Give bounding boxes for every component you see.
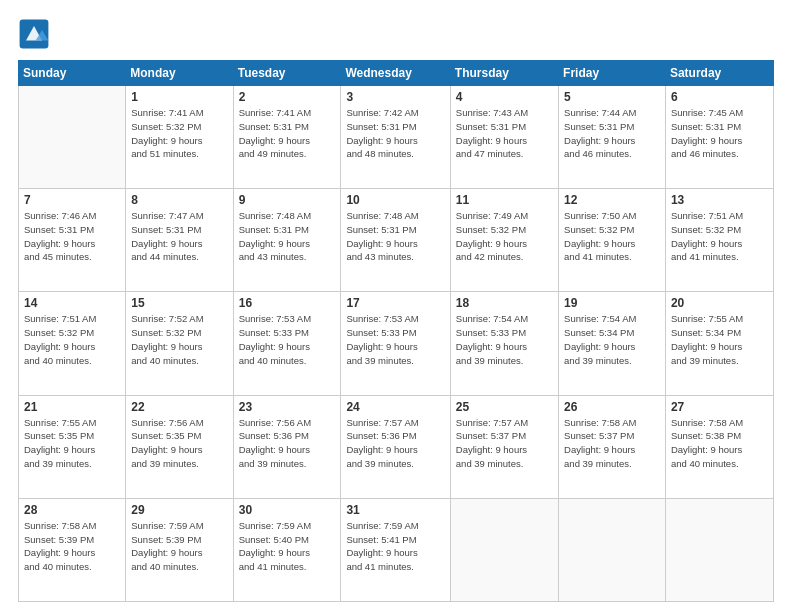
weekday-monday: Monday <box>126 61 233 86</box>
day-info: Sunrise: 7:53 AMSunset: 5:33 PMDaylight:… <box>239 312 336 367</box>
calendar-header: SundayMondayTuesdayWednesdayThursdayFrid… <box>19 61 774 86</box>
calendar-cell: 3Sunrise: 7:42 AMSunset: 5:31 PMDaylight… <box>341 86 450 189</box>
day-info: Sunrise: 7:54 AMSunset: 5:33 PMDaylight:… <box>456 312 553 367</box>
week-row-2: 7Sunrise: 7:46 AMSunset: 5:31 PMDaylight… <box>19 189 774 292</box>
day-number: 10 <box>346 193 444 207</box>
day-info: Sunrise: 7:41 AMSunset: 5:32 PMDaylight:… <box>131 106 227 161</box>
day-info: Sunrise: 7:59 AMSunset: 5:41 PMDaylight:… <box>346 519 444 574</box>
day-number: 7 <box>24 193 120 207</box>
calendar-cell <box>665 498 773 601</box>
day-number: 11 <box>456 193 553 207</box>
day-info: Sunrise: 7:52 AMSunset: 5:32 PMDaylight:… <box>131 312 227 367</box>
day-info: Sunrise: 7:44 AMSunset: 5:31 PMDaylight:… <box>564 106 660 161</box>
calendar-cell: 1Sunrise: 7:41 AMSunset: 5:32 PMDaylight… <box>126 86 233 189</box>
day-number: 25 <box>456 400 553 414</box>
day-info: Sunrise: 7:59 AMSunset: 5:39 PMDaylight:… <box>131 519 227 574</box>
day-info: Sunrise: 7:46 AMSunset: 5:31 PMDaylight:… <box>24 209 120 264</box>
day-info: Sunrise: 7:50 AMSunset: 5:32 PMDaylight:… <box>564 209 660 264</box>
calendar-cell: 4Sunrise: 7:43 AMSunset: 5:31 PMDaylight… <box>450 86 558 189</box>
week-row-5: 28Sunrise: 7:58 AMSunset: 5:39 PMDayligh… <box>19 498 774 601</box>
weekday-sunday: Sunday <box>19 61 126 86</box>
calendar-cell: 31Sunrise: 7:59 AMSunset: 5:41 PMDayligh… <box>341 498 450 601</box>
calendar-cell: 22Sunrise: 7:56 AMSunset: 5:35 PMDayligh… <box>126 395 233 498</box>
day-info: Sunrise: 7:41 AMSunset: 5:31 PMDaylight:… <box>239 106 336 161</box>
page: SundayMondayTuesdayWednesdayThursdayFrid… <box>0 0 792 612</box>
calendar-cell: 23Sunrise: 7:56 AMSunset: 5:36 PMDayligh… <box>233 395 341 498</box>
day-number: 12 <box>564 193 660 207</box>
day-info: Sunrise: 7:53 AMSunset: 5:33 PMDaylight:… <box>346 312 444 367</box>
calendar-cell: 26Sunrise: 7:58 AMSunset: 5:37 PMDayligh… <box>559 395 666 498</box>
day-number: 5 <box>564 90 660 104</box>
day-info: Sunrise: 7:58 AMSunset: 5:38 PMDaylight:… <box>671 416 768 471</box>
calendar-cell: 15Sunrise: 7:52 AMSunset: 5:32 PMDayligh… <box>126 292 233 395</box>
day-info: Sunrise: 7:48 AMSunset: 5:31 PMDaylight:… <box>239 209 336 264</box>
logo <box>18 18 56 50</box>
calendar-cell: 11Sunrise: 7:49 AMSunset: 5:32 PMDayligh… <box>450 189 558 292</box>
day-number: 14 <box>24 296 120 310</box>
calendar-cell: 29Sunrise: 7:59 AMSunset: 5:39 PMDayligh… <box>126 498 233 601</box>
calendar-cell: 8Sunrise: 7:47 AMSunset: 5:31 PMDaylight… <box>126 189 233 292</box>
week-row-3: 14Sunrise: 7:51 AMSunset: 5:32 PMDayligh… <box>19 292 774 395</box>
day-number: 3 <box>346 90 444 104</box>
day-info: Sunrise: 7:51 AMSunset: 5:32 PMDaylight:… <box>671 209 768 264</box>
calendar-cell <box>450 498 558 601</box>
week-row-1: 1Sunrise: 7:41 AMSunset: 5:32 PMDaylight… <box>19 86 774 189</box>
day-info: Sunrise: 7:45 AMSunset: 5:31 PMDaylight:… <box>671 106 768 161</box>
calendar-cell: 30Sunrise: 7:59 AMSunset: 5:40 PMDayligh… <box>233 498 341 601</box>
day-number: 9 <box>239 193 336 207</box>
calendar-cell: 5Sunrise: 7:44 AMSunset: 5:31 PMDaylight… <box>559 86 666 189</box>
day-info: Sunrise: 7:55 AMSunset: 5:34 PMDaylight:… <box>671 312 768 367</box>
day-number: 19 <box>564 296 660 310</box>
day-number: 1 <box>131 90 227 104</box>
day-number: 16 <box>239 296 336 310</box>
calendar-cell: 19Sunrise: 7:54 AMSunset: 5:34 PMDayligh… <box>559 292 666 395</box>
day-number: 21 <box>24 400 120 414</box>
calendar-cell: 16Sunrise: 7:53 AMSunset: 5:33 PMDayligh… <box>233 292 341 395</box>
calendar-cell: 7Sunrise: 7:46 AMSunset: 5:31 PMDaylight… <box>19 189 126 292</box>
day-number: 2 <box>239 90 336 104</box>
day-number: 27 <box>671 400 768 414</box>
calendar-cell: 20Sunrise: 7:55 AMSunset: 5:34 PMDayligh… <box>665 292 773 395</box>
day-number: 29 <box>131 503 227 517</box>
day-info: Sunrise: 7:47 AMSunset: 5:31 PMDaylight:… <box>131 209 227 264</box>
day-number: 22 <box>131 400 227 414</box>
day-number: 23 <box>239 400 336 414</box>
week-row-4: 21Sunrise: 7:55 AMSunset: 5:35 PMDayligh… <box>19 395 774 498</box>
day-info: Sunrise: 7:43 AMSunset: 5:31 PMDaylight:… <box>456 106 553 161</box>
day-number: 15 <box>131 296 227 310</box>
day-info: Sunrise: 7:58 AMSunset: 5:39 PMDaylight:… <box>24 519 120 574</box>
day-info: Sunrise: 7:42 AMSunset: 5:31 PMDaylight:… <box>346 106 444 161</box>
day-info: Sunrise: 7:49 AMSunset: 5:32 PMDaylight:… <box>456 209 553 264</box>
weekday-tuesday: Tuesday <box>233 61 341 86</box>
day-number: 26 <box>564 400 660 414</box>
day-number: 30 <box>239 503 336 517</box>
calendar-cell: 17Sunrise: 7:53 AMSunset: 5:33 PMDayligh… <box>341 292 450 395</box>
calendar-cell: 21Sunrise: 7:55 AMSunset: 5:35 PMDayligh… <box>19 395 126 498</box>
day-info: Sunrise: 7:56 AMSunset: 5:35 PMDaylight:… <box>131 416 227 471</box>
day-info: Sunrise: 7:56 AMSunset: 5:36 PMDaylight:… <box>239 416 336 471</box>
calendar-cell: 25Sunrise: 7:57 AMSunset: 5:37 PMDayligh… <box>450 395 558 498</box>
weekday-wednesday: Wednesday <box>341 61 450 86</box>
calendar-cell: 28Sunrise: 7:58 AMSunset: 5:39 PMDayligh… <box>19 498 126 601</box>
day-number: 18 <box>456 296 553 310</box>
calendar-cell: 9Sunrise: 7:48 AMSunset: 5:31 PMDaylight… <box>233 189 341 292</box>
calendar-cell: 10Sunrise: 7:48 AMSunset: 5:31 PMDayligh… <box>341 189 450 292</box>
calendar-cell: 24Sunrise: 7:57 AMSunset: 5:36 PMDayligh… <box>341 395 450 498</box>
calendar-body: 1Sunrise: 7:41 AMSunset: 5:32 PMDaylight… <box>19 86 774 602</box>
day-info: Sunrise: 7:55 AMSunset: 5:35 PMDaylight:… <box>24 416 120 471</box>
weekday-thursday: Thursday <box>450 61 558 86</box>
day-number: 17 <box>346 296 444 310</box>
day-info: Sunrise: 7:57 AMSunset: 5:37 PMDaylight:… <box>456 416 553 471</box>
calendar-cell: 13Sunrise: 7:51 AMSunset: 5:32 PMDayligh… <box>665 189 773 292</box>
day-info: Sunrise: 7:58 AMSunset: 5:37 PMDaylight:… <box>564 416 660 471</box>
day-info: Sunrise: 7:57 AMSunset: 5:36 PMDaylight:… <box>346 416 444 471</box>
calendar-cell: 12Sunrise: 7:50 AMSunset: 5:32 PMDayligh… <box>559 189 666 292</box>
day-number: 8 <box>131 193 227 207</box>
calendar-cell <box>559 498 666 601</box>
day-number: 4 <box>456 90 553 104</box>
calendar-cell: 6Sunrise: 7:45 AMSunset: 5:31 PMDaylight… <box>665 86 773 189</box>
day-number: 13 <box>671 193 768 207</box>
day-number: 6 <box>671 90 768 104</box>
logo-icon <box>18 18 50 50</box>
calendar-table: SundayMondayTuesdayWednesdayThursdayFrid… <box>18 60 774 602</box>
